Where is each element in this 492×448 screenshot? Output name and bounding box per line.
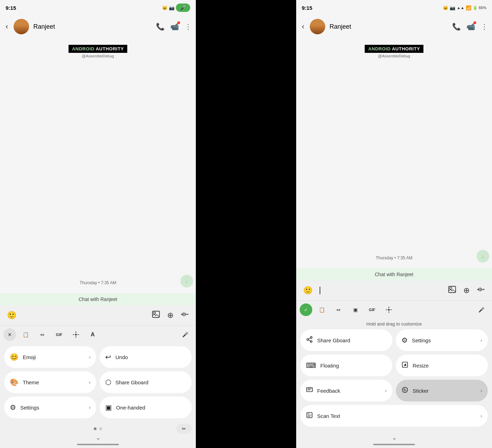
resize-menu-btn-right[interactable]: Resize — [396, 355, 488, 376]
onehanded-menu-btn-left[interactable]: ▣ One-handed — [100, 397, 192, 418]
feedback-menu-icon-right — [306, 386, 313, 395]
chat-body-right: ANDROID AUTHORITY @AssembleDebug Thursda… — [296, 38, 492, 268]
onehanded-menu-icon-left: ▣ — [105, 403, 112, 412]
settings-menu-arrow-right: › — [480, 337, 482, 343]
feedback-menu-label-right: Feedback — [317, 388, 381, 394]
emoji-menu-btn-left[interactable]: 😊 Emoji › — [4, 346, 96, 368]
clipboard-btn-left[interactable]: 📋 — [18, 328, 33, 341]
svg-point-11 — [402, 387, 408, 392]
share-gboard-menu-label-left: Share Gboard — [115, 379, 186, 385]
dot-2-left — [99, 427, 102, 430]
back-button-right[interactable]: ‹ — [300, 21, 306, 33]
settings-menu-label-left: Settings — [20, 405, 85, 411]
back-button-left[interactable]: ‹ — [4, 21, 9, 33]
cursor-btn-right[interactable]: ⇔ — [331, 303, 346, 316]
video-dot-left — [177, 21, 180, 24]
menu-row-3-right: Feedback › Sticker › — [300, 380, 488, 401]
edit-button-left[interactable]: ✏ — [176, 424, 192, 434]
shortcut-row-left: ✕ 📋 ⇔ GIF A 🎤 — [0, 325, 196, 343]
left-phone-panel: 9:15 🐱 📷 🎤 ‹ Ranjeet 📞 📹 ⋮ ANDROI — [0, 0, 196, 448]
scroll-btn-right[interactable]: ↓ — [477, 250, 489, 262]
avatar-image-right — [310, 19, 325, 34]
timestamp-left: Thursday • 7:35 AM — [80, 280, 116, 285]
share-gboard-menu-icon-left: ⬡ — [105, 378, 111, 386]
chevron-down-right[interactable]: ⌄ — [296, 433, 492, 442]
chat-header-left: ‹ Ranjeet 📞 📹 ⋮ — [0, 15, 196, 38]
svg-point-2 — [75, 334, 77, 335]
home-indicator-right — [373, 444, 415, 445]
svg-rect-1 — [154, 312, 156, 314]
svg-point-6 — [311, 336, 312, 338]
status-icons-left: 🐱 📷 🎤 — [162, 4, 190, 12]
svg-rect-4 — [450, 287, 452, 289]
menu-row-4-right: Scan Text › — [300, 405, 488, 427]
brand-sub-left: @AssembleDebug — [69, 54, 127, 58]
share-gboard-menu-btn-right[interactable]: Share Gboard — [300, 329, 392, 351]
gallery-icon-right[interactable] — [447, 284, 458, 297]
menu-row-1-right: Share Gboard ⚙ Settings › — [300, 329, 488, 351]
avatar-right — [310, 19, 325, 34]
video-icon-status: 📷 — [169, 5, 174, 10]
brand-logo-right: ANDROID AUTHORITY @AssembleDebug — [365, 45, 423, 58]
scantext-menu-btn-right[interactable]: Scan Text › — [300, 405, 488, 427]
waveform-icon-right[interactable] — [475, 284, 486, 297]
phone-icon-left[interactable]: 📞 — [156, 22, 165, 31]
sticker-menu-label-right: Sticker — [413, 388, 476, 394]
status-time-right: 9:15 — [302, 5, 312, 11]
svg-point-7 — [307, 338, 309, 340]
chat-placeholder-left[interactable]: Chat with Ranjeet — [0, 293, 196, 306]
menu-grid-right: Hold and drag to customize Share Gboard … — [296, 318, 492, 433]
home-indicator-left — [77, 444, 119, 445]
video-call-icon-right[interactable]: 📹 — [466, 22, 475, 31]
share-gboard-menu-icon-right — [306, 336, 313, 345]
more-options-icon-left[interactable]: ⋮ — [185, 22, 192, 31]
close-btn-left[interactable]: ✕ — [3, 328, 16, 341]
onehanded-btn-right[interactable]: ▣ — [348, 303, 363, 316]
chevron-down-left[interactable]: ⌄ — [0, 433, 196, 442]
add-icon-left[interactable]: ⊕ — [166, 309, 175, 321]
gif-btn-right[interactable]: GIF — [365, 303, 379, 316]
floating-menu-label-right: Floating — [320, 363, 387, 369]
waveform-icon-left[interactable] — [179, 309, 190, 322]
floating-menu-icon-right: ⌨ — [306, 361, 316, 370]
translate-btn-right[interactable] — [382, 303, 396, 316]
contact-name-left: Ranjeet — [33, 23, 152, 30]
placeholder-text-right: Chat with Ranjeet — [375, 272, 414, 277]
brand-badge-right: ANDROID AUTHORITY — [365, 45, 423, 53]
clipboard-btn-right[interactable]: 📋 — [314, 303, 329, 316]
svg-rect-10 — [307, 387, 313, 392]
phone-icon-right[interactable]: 📞 — [452, 22, 461, 31]
chat-placeholder-right: Chat with Ranjeet — [296, 268, 492, 281]
scroll-btn-left[interactable]: ↓ — [180, 275, 193, 287]
gallery-icon-left[interactable] — [150, 309, 162, 322]
translate-btn-left[interactable] — [69, 328, 83, 341]
floating-menu-btn-right[interactable]: ⌨ Floating — [300, 355, 392, 376]
undo-menu-btn-left[interactable]: ↩ Undo — [100, 346, 192, 368]
video-icon-status-right: 📷 — [450, 5, 455, 10]
share-gboard-menu-btn-left[interactable]: ⬡ Share Gboard — [100, 371, 192, 393]
undo-menu-label-left: Undo — [115, 354, 186, 360]
add-icon-right[interactable]: ⊕ — [462, 285, 471, 296]
emoji-toolbar-icon-right[interactable]: 🙂 — [302, 285, 314, 296]
svg-point-5 — [388, 309, 390, 310]
onehanded-menu-label-left: One-handed — [116, 405, 186, 411]
keyboard-toolbar-left: 🙂 ⊕ — [0, 306, 196, 325]
emoji-toolbar-icon-left[interactable]: 🙂 — [6, 309, 18, 321]
brand-sub-right: @AssembleDebug — [365, 54, 423, 58]
sticker-menu-btn-right[interactable]: Sticker › — [396, 380, 488, 401]
video-call-icon-left[interactable]: 📹 — [170, 22, 179, 31]
more-options-icon-right[interactable]: ⋮ — [481, 22, 488, 31]
check-btn-right[interactable]: ✓ — [300, 303, 312, 316]
avatar-left — [14, 19, 29, 34]
font-btn-left[interactable]: A — [85, 328, 100, 341]
settings-menu-btn-right[interactable]: ⚙ Settings › — [396, 329, 488, 351]
cursor-btn-left[interactable]: ⇔ — [35, 328, 50, 341]
sticker-menu-icon-right — [401, 386, 408, 395]
mic-btn-right[interactable]: 🎤 — [474, 303, 489, 316]
feedback-menu-btn-right[interactable]: Feedback › — [300, 380, 392, 401]
theme-menu-btn-left[interactable]: 🎨 Theme › — [4, 371, 96, 393]
mic-btn-left[interactable]: 🎤 — [178, 328, 192, 341]
gif-btn-left[interactable]: GIF — [52, 328, 66, 341]
settings-menu-btn-left[interactable]: ⚙ Settings › — [4, 397, 96, 418]
battery-icon: 🔋 66% — [473, 6, 486, 10]
